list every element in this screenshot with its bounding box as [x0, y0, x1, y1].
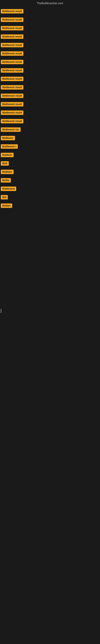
list-item: Bottleneck result: [0, 92, 100, 100]
list-item: Bottleneck result: [0, 84, 100, 92]
list-item: Bottleneck: [0, 185, 100, 194]
list-item: Bottleneck r: [0, 143, 100, 151]
list-item: Bottleneck result: [0, 75, 100, 84]
list-item: Bottleneck result: [0, 50, 100, 58]
bottleneck-badge[interactable]: Bottleneck result: [1, 110, 23, 115]
list-item: Bottleneck result: [0, 100, 100, 109]
bottleneck-badge[interactable]: Bottlene: [1, 153, 14, 157]
bottleneck-badge[interactable]: Bottleneck result: [1, 18, 23, 22]
bottleneck-badge[interactable]: Bottleneck result: [1, 60, 23, 64]
bottleneck-badge[interactable]: Bottleneck: [1, 186, 16, 191]
list-item: Bottleneck result: [0, 117, 100, 126]
list-item: Bottleneck result: [0, 66, 100, 75]
list-item: Bottleneck result: [0, 41, 100, 50]
list-item: Bottleneck result: [0, 33, 100, 41]
list-item: Bottle: [0, 176, 100, 185]
bottleneck-badge[interactable]: Bottleneck result: [1, 34, 23, 39]
cursor: [1, 309, 1, 313]
bottleneck-list: Bottleneck resultBottleneck resultBottle…: [0, 6, 100, 210]
bottleneck-badge[interactable]: Bottleneck r: [1, 144, 18, 149]
list-item: Bottleneck result: [0, 16, 100, 24]
bottleneck-badge[interactable]: Bott: [1, 161, 9, 166]
list-item: Bottlene: [0, 168, 100, 176]
list-item: Bottleneck res: [0, 126, 100, 134]
list-item: Bot: [0, 194, 100, 202]
bottleneck-badge[interactable]: Bot: [1, 195, 8, 200]
bottleneck-badge[interactable]: Bottleneck result: [1, 94, 23, 98]
list-item: Bottlene: [0, 151, 100, 160]
site-header: TheBottlenecker.com: [0, 0, 100, 6]
list-item: Bottleneck result: [0, 58, 100, 66]
bottleneck-badge[interactable]: Bottlenec: [1, 136, 15, 140]
bottleneck-badge[interactable]: Bottlene: [1, 170, 14, 174]
site-title: TheBottlenecker.com: [0, 0, 100, 6]
list-item: Bottleneck result: [0, 8, 100, 16]
list-item: Bottleneck result: [0, 109, 100, 117]
bottleneck-badge[interactable]: Bottleneck result: [1, 68, 23, 73]
bottleneck-badge[interactable]: Bottleneck result: [1, 51, 23, 56]
list-item: Bottleneck result: [0, 24, 100, 33]
bottleneck-badge[interactable]: Bottleneck result: [1, 77, 23, 81]
bottleneck-badge[interactable]: Bottleneck result: [1, 85, 23, 90]
bottleneck-badge[interactable]: Bottleneck result: [1, 26, 23, 30]
bottleneck-badge[interactable]: Bottleneck result: [1, 102, 23, 106]
bottleneck-badge[interactable]: Bottleneck result: [1, 119, 23, 123]
bottleneck-badge[interactable]: Bottleneck result: [1, 9, 23, 14]
bottleneck-badge[interactable]: Bottlen: [1, 204, 12, 208]
bottleneck-badge[interactable]: Bottle: [1, 178, 11, 182]
list-item: Bott: [0, 160, 100, 168]
list-item: Bottlenec: [0, 134, 100, 143]
bottleneck-badge[interactable]: Bottleneck result: [1, 43, 23, 47]
list-item: Bottlen: [0, 202, 100, 210]
bottleneck-badge[interactable]: Bottleneck res: [1, 128, 21, 132]
